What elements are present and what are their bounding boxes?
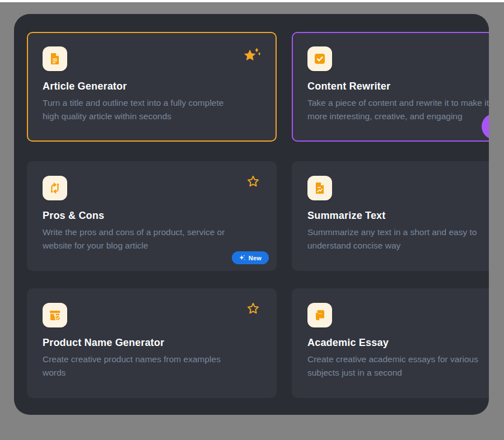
new-badge: New <box>232 251 269 264</box>
card-title: Content Rewriter <box>307 81 489 92</box>
card-description: Summmarize any text in a short and easy … <box>307 226 489 252</box>
pros-cons-icon-tile <box>43 176 67 200</box>
swap-arrows-icon <box>48 181 62 195</box>
article-document-icon <box>48 52 62 65</box>
favorite-button[interactable] <box>243 46 261 63</box>
card-title: Summarize Text <box>307 210 489 222</box>
favorite-button[interactable] <box>244 175 262 191</box>
card-article-generator[interactable]: Article Generator Turn a title and outli… <box>27 32 277 142</box>
card-description: Write the pros and cons of a product, se… <box>43 226 261 252</box>
card-academic-essay[interactable]: Academic Essay Create creative academic … <box>292 288 489 398</box>
card-product-name-generator[interactable]: Product Name Generator Create creative p… <box>27 288 277 398</box>
product-name-icon-tile <box>43 303 67 327</box>
scroll-icon <box>313 308 326 322</box>
product-box-icon <box>48 308 62 322</box>
card-description: Create creative academic essays for vari… <box>307 353 489 380</box>
content-rewriter-icon-tile <box>307 46 332 71</box>
checkbox-icon <box>313 52 326 65</box>
new-badge-label: New <box>249 255 262 261</box>
summarize-text-icon-tile <box>307 176 332 200</box>
academic-essay-icon-tile <box>307 303 332 327</box>
card-summarize-text[interactable]: Summarize Text Summmarize any text in a … <box>292 161 489 271</box>
star-outline-icon <box>246 302 260 315</box>
star-outline-icon <box>246 175 260 188</box>
card-title: Article Generator <box>43 81 261 92</box>
card-pros-and-cons[interactable]: Pros & Cons Write the pros and cons of a… <box>27 161 277 271</box>
card-title: Academic Essay <box>307 337 489 349</box>
card-description: Take a piece of content and rewrite it t… <box>307 96 489 123</box>
favorite-button[interactable] <box>244 302 262 319</box>
sparkle-icon <box>239 255 245 261</box>
article-generator-icon-tile <box>43 46 67 71</box>
tools-panel: Article Generator Turn a title and outli… <box>14 14 489 415</box>
summary-document-icon <box>313 181 326 195</box>
star-sparkles-filled-icon <box>243 46 261 63</box>
card-title: Product Name Generator <box>43 337 261 349</box>
card-title: Pros & Cons <box>43 210 261 222</box>
card-description: Create creative product names from examp… <box>43 353 261 380</box>
card-content-rewriter[interactable]: Content Rewriter Take a piece of content… <box>292 32 489 142</box>
card-description: Turn a title and outline text into a ful… <box>43 96 261 123</box>
